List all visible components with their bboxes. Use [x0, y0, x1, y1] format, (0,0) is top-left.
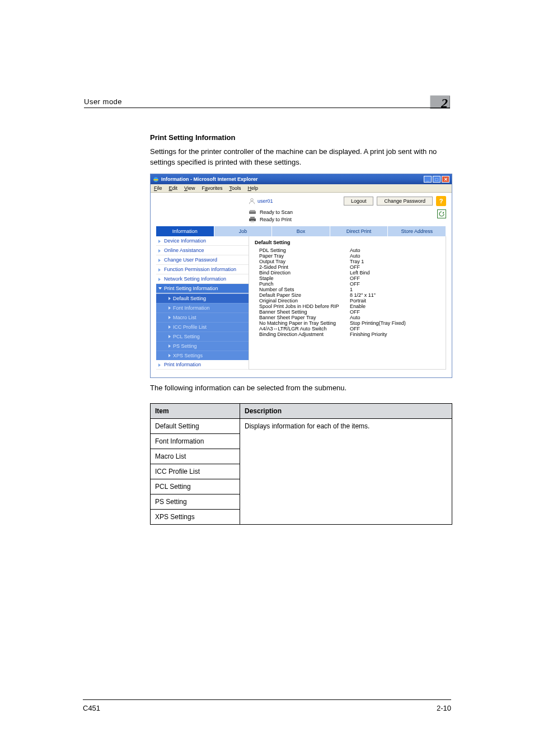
- menu-tools[interactable]: Tools: [229, 185, 241, 191]
- kv-key: Staple: [255, 276, 350, 281]
- kv-row: 2-Sided PrintOFF: [255, 264, 440, 270]
- footer-model: C451: [83, 704, 100, 712]
- kv-row: StapleOFF: [255, 276, 440, 281]
- table-cell-item: PCL Setting: [151, 479, 240, 494]
- kv-value: Portrait: [350, 298, 440, 304]
- submenu-intro: The following information can be selecte…: [150, 384, 346, 392]
- sidebar-item-online-assistance[interactable]: Online Assistance: [156, 246, 249, 255]
- window-close-button[interactable]: ✕: [442, 176, 449, 183]
- sidebar-item-print-setting-information[interactable]: Print Setting Information: [156, 284, 249, 293]
- tab-job[interactable]: Job: [214, 226, 273, 236]
- kv-key: Paper Tray: [255, 253, 350, 259]
- window-maximize-button[interactable]: □: [433, 176, 441, 183]
- kv-key: Binding Direction Adjustment: [255, 332, 350, 337]
- kv-row: PunchOFF: [255, 281, 440, 287]
- kv-value: Left Bind: [350, 270, 440, 276]
- kv-value: Tray 1: [350, 259, 440, 264]
- sidebar-item-function-permission-information[interactable]: Function Permission Information: [156, 265, 249, 274]
- tab-store-address[interactable]: Store Address: [388, 226, 446, 236]
- sidebar-sub-macro-list[interactable]: Macro List: [156, 312, 249, 322]
- kv-value: Auto: [350, 253, 440, 259]
- table-row: Default Setting Displays information for…: [151, 419, 452, 434]
- kv-row: Binding Direction AdjustmentFinishing Pr…: [255, 332, 440, 337]
- table-header-item: Item: [151, 404, 240, 419]
- help-icon[interactable]: ?: [436, 196, 446, 206]
- kv-key: Spool Print Jobs in HDD before RIP: [255, 304, 350, 309]
- kv-value: 8 1/2" x 11": [350, 292, 440, 298]
- menu-file[interactable]: File: [154, 185, 162, 191]
- kv-row: Banner Sheet SettingOFF: [255, 309, 440, 315]
- sidebar-sub-pcl-setting[interactable]: PCL Setting: [156, 332, 249, 341]
- kv-value: OFF: [350, 309, 440, 315]
- window-minimize-button[interactable]: _: [424, 176, 432, 183]
- kv-row: Output TrayTray 1: [255, 259, 440, 264]
- user-chip: user01: [249, 198, 273, 204]
- sidebar-sub-icc-profile-list[interactable]: ICC Profile List: [156, 322, 249, 332]
- sidebar-item-network-setting-information[interactable]: Network Setting Information: [156, 274, 249, 284]
- kv-row: No Matching Paper in Tray SettingStop Pr…: [255, 320, 440, 326]
- change-password-button[interactable]: Change Password: [377, 197, 433, 206]
- kv-row: Original DirectionPortrait: [255, 298, 440, 304]
- menu-edit[interactable]: Edit: [169, 185, 178, 191]
- kv-key: A4/A3↔LTR/LGR Auto Switch: [255, 326, 350, 332]
- user-icon: [249, 198, 255, 204]
- sidebar-sub-label: XPS Settings: [173, 353, 203, 358]
- table-cell-item: Macro List: [151, 449, 240, 464]
- kv-value: OFF: [350, 276, 440, 281]
- menu-help[interactable]: Help: [247, 185, 258, 191]
- sidebar-item-label: Print Information: [164, 362, 201, 367]
- ie-menubar: File Edit View Favorites Tools Help: [151, 184, 452, 193]
- section-title: Print Setting Information: [150, 133, 451, 142]
- status-scan: Ready to Scan: [260, 209, 293, 215]
- window-titlebar: Information - Microsoft Internet Explore…: [151, 174, 452, 184]
- printer-icon: [249, 216, 256, 223]
- tab-information[interactable]: Information: [156, 226, 214, 236]
- sidebar-sub-label: ICC Profile List: [173, 324, 207, 330]
- kv-value: OFF: [350, 281, 440, 287]
- kv-key: Number of Sets: [255, 287, 350, 292]
- kv-value: OFF: [350, 264, 440, 270]
- sidebar-item-print-information[interactable]: Print Information: [156, 360, 249, 370]
- logout-button[interactable]: Logout: [344, 197, 374, 206]
- screenshot: Information - Microsoft Internet Explore…: [150, 174, 452, 378]
- table-cell-item: Default Setting: [151, 419, 240, 434]
- sidebar-sub-default-setting[interactable]: Default Setting: [156, 293, 249, 303]
- kv-key: Output Tray: [255, 259, 350, 264]
- menu-view[interactable]: View: [184, 185, 195, 191]
- svg-point-1: [251, 199, 254, 202]
- table-cell-item: PS Setting: [151, 494, 240, 510]
- kv-key: Default Paper Size: [255, 292, 350, 298]
- header-rule: [84, 108, 450, 108]
- status-print: Ready to Print: [260, 217, 292, 222]
- refresh-icon: [439, 211, 444, 217]
- kv-value: Enable: [350, 304, 440, 309]
- kv-row: Default Paper Size8 1/2" x 11": [255, 292, 440, 298]
- menu-favorites[interactable]: Favorites: [202, 185, 222, 191]
- sidebar-sub-label: Macro List: [173, 315, 196, 320]
- kv-value: OFF: [350, 326, 440, 332]
- sidebar-item-change-user-password[interactable]: Change User Password: [156, 255, 249, 265]
- sidebar-sub-ps-setting[interactable]: PS Setting: [156, 341, 249, 351]
- sidebar-item-device-information[interactable]: Device Information: [156, 236, 249, 246]
- tab-box[interactable]: Box: [272, 226, 330, 236]
- tab-direct-print[interactable]: Direct Print: [330, 226, 388, 236]
- sidebar-item-label: Print Setting Information: [164, 286, 218, 291]
- sidebar-sub-xps-settings[interactable]: XPS Settings: [156, 351, 249, 360]
- table-cell-item: ICC Profile List: [151, 464, 240, 479]
- kv-key: Banner Sheet Setting: [255, 309, 350, 315]
- svg-rect-5: [250, 217, 255, 219]
- sidebar-sub-font-information[interactable]: Font Information: [156, 303, 249, 312]
- sidebar: Device Information Online Assistance Cha…: [156, 236, 249, 370]
- section-body: Settings for the printer controller of t…: [150, 147, 451, 168]
- sidebar-sub-label: PS Setting: [173, 343, 197, 349]
- sidebar-sub-label: PCL Setting: [173, 334, 200, 339]
- kv-key: Original Direction: [255, 298, 350, 304]
- chapter-number: 2: [441, 96, 448, 111]
- refresh-button[interactable]: [437, 209, 446, 218]
- kv-key: PDL Setting: [255, 248, 350, 253]
- footer-page: 2-10: [437, 704, 451, 712]
- kv-key: Punch: [255, 281, 350, 287]
- sidebar-item-label: Change User Password: [164, 257, 217, 263]
- sidebar-item-label: Function Permission Information: [164, 267, 236, 272]
- kv-key: 2-Sided Print: [255, 264, 350, 270]
